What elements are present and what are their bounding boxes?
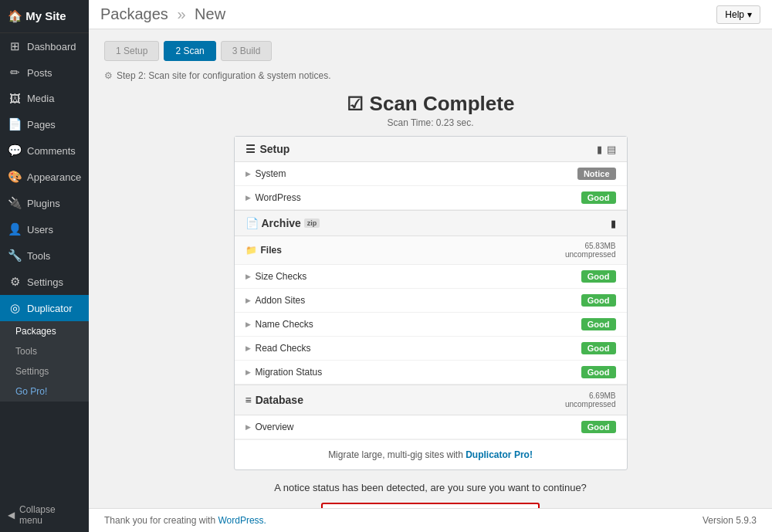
step-scan-button[interactable]: 2 Scan [164, 41, 215, 61]
overview-badge: Good [581, 421, 616, 433]
setup-list-icon: ☰ [245, 143, 256, 155]
duplicator-icon: ◎ [8, 301, 22, 315]
sidebar-item-tools-sub[interactable]: Tools [0, 341, 89, 361]
main-area: Packages » New Help ▾ 1 Setup 2 Scan 3 B… [89, 0, 772, 532]
collapse-icon: ◀ [8, 510, 15, 520]
step-build-button[interactable]: 3 Build [221, 41, 273, 61]
plugins-icon: 🔌 [8, 196, 22, 210]
size-checks-row[interactable]: Size Checks Good [235, 265, 627, 289]
archive-section-header: 📄 Archive zip ▮ [235, 210, 627, 236]
database-icon: ≡ [245, 394, 252, 406]
help-button[interactable]: Help ▾ [716, 5, 760, 24]
topbar: Packages » New Help ▾ [89, 0, 772, 29]
setup-icon-2: ▤ [607, 144, 616, 155]
name-checks-label: Name Checks [245, 319, 313, 330]
sidebar-item-duplicator[interactable]: ◎ Duplicator [0, 295, 89, 321]
size-checks-label: Size Checks [245, 271, 307, 282]
steps-nav: 1 Setup 2 Scan 3 Build [104, 41, 757, 61]
confirm-box: Yes. Continue with the build process! [104, 503, 757, 508]
system-label: System [245, 168, 286, 179]
scan-complete-header: ☑ Scan Complete Scan Time: 0.23 sec. [104, 92, 757, 128]
appearance-icon: 🎨 [8, 170, 22, 184]
setup-icons: ▮ ▤ [597, 144, 616, 155]
sidebar-item-pages[interactable]: 📄 Pages [0, 111, 89, 137]
wordpress-badge: Good [581, 191, 616, 204]
breadcrumb: Packages » New [100, 5, 225, 23]
overview-label: Overview [245, 422, 294, 432]
step-instruction: Step 2: Scan site for configuration & sy… [104, 70, 757, 81]
site-title: 🏠 My Site [0, 0, 89, 33]
sidebar-item-packages[interactable]: Packages [0, 321, 89, 341]
read-checks-badge: Good [581, 342, 616, 354]
files-row: 📁 Files 65.83MB uncompressed [235, 236, 627, 265]
setup-section-header: ☰ Setup ▮ ▤ [235, 137, 627, 162]
main-card: ☰ Setup ▮ ▤ System Notice WordPress Good [234, 136, 628, 470]
overview-row[interactable]: Overview Good [235, 415, 627, 439]
size-checks-badge: Good [581, 270, 616, 283]
sidebar-item-comments[interactable]: 💬 Comments [0, 137, 89, 164]
files-label: 📁 Files [245, 245, 282, 256]
sidebar-item-tools[interactable]: 🔧 Tools [0, 242, 89, 269]
zip-badge: zip [304, 219, 320, 228]
addon-sites-label: Addon Sites [245, 295, 306, 306]
footer-text: Thank you for creating with WordPress. [104, 515, 266, 526]
duplicator-pro-link[interactable]: Duplicator Pro! [466, 449, 533, 460]
settings-icon: ⚙ [8, 275, 22, 289]
posts-icon: ✏ [8, 66, 22, 80]
sidebar-item-gopro[interactable]: Go Pro! [0, 381, 89, 402]
migration-status-row[interactable]: Migration Status Good [235, 361, 627, 385]
archive-icon-right: ▮ [611, 218, 616, 229]
archive-icon: 📄 [245, 217, 259, 229]
sidebar-item-settings[interactable]: ⚙ Settings [0, 269, 89, 295]
footer: Thank you for creating with WordPress. V… [89, 508, 772, 532]
database-section-header: ≡ Database 6.69MB uncompressed [235, 385, 627, 415]
help-arrow-icon: ▾ [747, 9, 752, 20]
promo-row: Migrate large, multi-gig sites with Dupl… [235, 439, 627, 469]
read-checks-row[interactable]: Read Checks Good [235, 337, 627, 361]
pages-icon: 📄 [8, 117, 22, 131]
setup-icon-1: ▮ [597, 144, 602, 155]
users-icon: 👤 [8, 222, 22, 236]
content-area: 1 Setup 2 Scan 3 Build Step 2: Scan site… [89, 29, 772, 508]
sidebar-item-plugins[interactable]: 🔌 Plugins [0, 190, 89, 216]
notice-warning: A notice status has been detected, are y… [104, 482, 757, 493]
name-checks-badge: Good [581, 318, 616, 330]
sidebar-item-users[interactable]: 👤 Users [0, 216, 89, 242]
sidebar-submenu: Packages Tools Settings Go Pro! [0, 321, 89, 402]
sidebar-item-appearance[interactable]: 🎨 Appearance [0, 164, 89, 190]
dashboard-icon: ⊞ [8, 39, 22, 53]
name-checks-row[interactable]: Name Checks Good [235, 313, 627, 337]
wordpress-row[interactable]: WordPress Good [235, 186, 627, 210]
files-icon: 📁 [245, 245, 257, 256]
scan-time: Scan Time: 0.23 sec. [104, 117, 757, 128]
addon-sites-row[interactable]: Addon Sites Good [235, 289, 627, 313]
tools-icon: 🔧 [8, 249, 22, 263]
sidebar-item-settings-sub[interactable]: Settings [0, 361, 89, 381]
confirm-label[interactable]: Yes. Continue with the build process! [321, 503, 540, 508]
scan-complete-title: Scan Complete [370, 92, 515, 116]
wordpress-link[interactable]: WordPress. [218, 515, 266, 526]
system-badge: Notice [577, 168, 616, 180]
sidebar-item-dashboard[interactable]: ⊞ Dashboard [0, 33, 89, 59]
step-setup-button[interactable]: 1 Setup [104, 41, 159, 61]
media-icon: 🖼 [8, 92, 22, 105]
sidebar-item-media[interactable]: 🖼 Media [0, 86, 89, 111]
scan-complete-check-icon: ☑ [347, 93, 364, 115]
migration-status-badge: Good [581, 366, 616, 378]
addon-sites-badge: Good [581, 294, 616, 307]
read-checks-label: Read Checks [245, 343, 311, 354]
sidebar: 🏠 My Site ⊞ Dashboard ✏ Posts 🖼 Media 📄 … [0, 0, 89, 532]
migration-status-label: Migration Status [245, 367, 323, 378]
version-text: Version 5.9.3 [703, 515, 757, 526]
comments-icon: 💬 [8, 144, 22, 158]
collapse-menu[interactable]: ◀ Collapse menu [0, 498, 89, 532]
files-size: 65.83MB uncompressed [565, 242, 616, 259]
sidebar-item-posts[interactable]: ✏ Posts [0, 59, 89, 86]
db-size: 6.69MB uncompressed [565, 391, 616, 408]
wordpress-label: WordPress [245, 192, 301, 203]
system-row[interactable]: System Notice [235, 162, 627, 186]
